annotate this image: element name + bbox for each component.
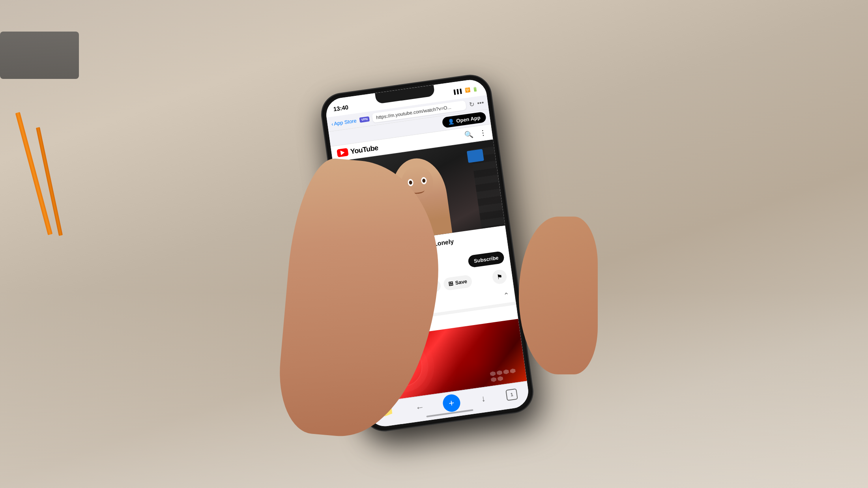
youtube-logo[interactable]: YouTube: [337, 143, 379, 157]
browser-back-button[interactable]: ←: [410, 397, 430, 417]
eye-right: [421, 177, 427, 185]
hex-3: [503, 369, 509, 374]
battery-icon: 🔋: [472, 86, 478, 92]
user-circle-icon: 👤: [448, 118, 455, 125]
hex-5: [490, 377, 497, 382]
flag-button[interactable]: ⚑: [492, 269, 508, 285]
open-app-label: Open App: [456, 114, 481, 123]
status-time: 13:40: [333, 103, 349, 112]
chevron-icon: ⌃: [503, 290, 510, 300]
back-button[interactable]: ‹ App Store: [331, 117, 357, 127]
back-label: App Store: [333, 117, 357, 126]
wifi-icon: 🛜: [465, 87, 471, 93]
youtube-logo-text: YouTube: [350, 143, 379, 155]
subscribe-button[interactable]: Subscribe: [468, 251, 505, 268]
tabs-button[interactable]: 1: [505, 388, 518, 400]
plus-icon: +: [448, 397, 455, 409]
hex-2: [496, 370, 503, 375]
hex-4: [510, 368, 516, 374]
hex-1: [490, 371, 496, 376]
hex-6: [497, 376, 503, 381]
right-hand: [519, 217, 598, 374]
reload-button[interactable]: ↻: [468, 100, 475, 108]
tabs-count: 1: [510, 391, 514, 397]
more-button[interactable]: •••: [477, 99, 484, 107]
save-icon: ⊞: [448, 280, 454, 288]
scene: 13:40 ▌▌▌ 🛜 🔋 ‹ App Store VPN https://m.…: [0, 0, 868, 488]
download-button[interactable]: ↓: [473, 389, 493, 408]
save-button[interactable]: ⊞ Save: [443, 274, 473, 291]
back-arrow-icon: ←: [415, 402, 425, 413]
back-chevron-icon: ‹: [331, 121, 333, 127]
youtube-logo-icon: [337, 148, 349, 157]
flag-icon: ⚑: [496, 273, 503, 281]
power-button: [496, 135, 502, 163]
keyboard: [0, 32, 79, 79]
new-tab-button[interactable]: +: [442, 393, 462, 413]
phone-holder: 13:40 ▌▌▌ 🛜 🔋 ‹ App Store VPN https://m.…: [349, 75, 519, 414]
vpn-badge: VPN: [359, 116, 370, 122]
search-icon[interactable]: 🔍: [464, 130, 474, 140]
signal-icon: ▌▌▌: [454, 88, 464, 94]
save-label: Save: [455, 278, 468, 286]
desktop-icon: [467, 149, 484, 163]
status-icons: ▌▌▌ 🛜 🔋: [454, 86, 479, 94]
more-options-icon[interactable]: ⋮: [479, 128, 487, 137]
download-icon: ↓: [481, 393, 486, 404]
youtube-header-icons: 🔍 ⋮: [464, 128, 487, 140]
